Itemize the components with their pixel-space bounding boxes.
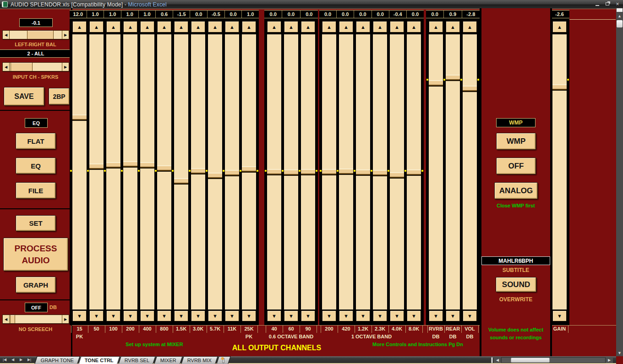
slider-up-button[interactable]: ▲ <box>242 21 256 33</box>
save-button[interactable]: SAVE <box>4 87 44 106</box>
flat-button[interactable]: FLAT <box>16 133 56 149</box>
slider-down-button[interactable]: ▼ <box>390 310 404 321</box>
slider-track[interactable] <box>140 34 154 310</box>
slider-thumb[interactable] <box>225 170 239 175</box>
eq-button[interactable]: EQ <box>16 158 56 174</box>
scroll-right-icon[interactable]: ▶ <box>62 315 69 323</box>
vscroll-down-icon[interactable]: ▼ <box>616 350 623 356</box>
2bp-button[interactable]: 2BP <box>49 88 70 105</box>
scroll-left-icon[interactable]: ◀ <box>3 315 10 323</box>
slider-up-button[interactable]: ▲ <box>301 21 315 33</box>
balance-scrollbar[interactable]: ◀ ▶ <box>2 30 69 39</box>
screech-scrollbar-track[interactable] <box>10 315 62 323</box>
slider-thumb[interactable] <box>339 168 353 174</box>
minimize-button[interactable] <box>594 0 601 7</box>
slider-up-button[interactable]: ▲ <box>191 21 205 33</box>
slider-thumb[interactable] <box>89 163 104 169</box>
scroll-right-icon[interactable]: ▶ <box>62 31 69 39</box>
next-sheet-icon[interactable]: ▶ <box>17 357 25 363</box>
slider-up-button[interactable]: ▲ <box>267 21 281 33</box>
insert-worksheet-tab[interactable] <box>216 356 231 364</box>
slider-up-button[interactable]: ▲ <box>463 21 477 33</box>
slider-thumb[interactable] <box>267 169 281 174</box>
slider-up-button[interactable]: ▲ <box>339 21 353 33</box>
restore-button[interactable] <box>604 0 611 7</box>
set-button[interactable]: SET <box>16 215 56 231</box>
slider-thumb[interactable] <box>191 168 205 174</box>
slider-up-button[interactable]: ▲ <box>157 21 171 33</box>
slider-thumb[interactable] <box>174 178 188 184</box>
slider-thumb[interactable] <box>284 169 298 175</box>
scroll-right-icon[interactable]: ▶ <box>62 63 69 71</box>
slider-up-button[interactable]: ▲ <box>446 21 460 33</box>
slider-down-button[interactable]: ▼ <box>106 310 120 321</box>
horizontal-scrollbar[interactable]: ◀ ▶ <box>491 357 613 364</box>
input-channel-scrollbar[interactable]: ◀ ▶ <box>2 62 69 71</box>
balance-scrollbar-track[interactable] <box>10 31 62 39</box>
slider-thumb[interactable] <box>322 169 336 174</box>
sheet-tab-mixer[interactable]: MIXER <box>154 356 183 364</box>
slider-track[interactable] <box>463 34 477 310</box>
slider-down-button[interactable]: ▼ <box>242 310 256 321</box>
slider-thumb[interactable] <box>373 170 387 175</box>
vscroll-up-icon[interactable]: ▲ <box>616 13 623 19</box>
slider-down-button[interactable]: ▼ <box>140 310 154 321</box>
slider-up-button[interactable]: ▲ <box>373 21 387 33</box>
last-sheet-icon[interactable]: ▶| <box>26 357 33 363</box>
slider-track[interactable] <box>106 34 120 310</box>
slider-thumb[interactable] <box>446 75 460 80</box>
tab-split-handle[interactable] <box>491 357 493 363</box>
scroll-left-icon[interactable]: ◀ <box>3 63 10 71</box>
slider-down-button[interactable]: ▼ <box>429 310 443 321</box>
slider-up-button[interactable]: ▲ <box>174 21 188 33</box>
file-button[interactable]: FILE <box>16 182 56 199</box>
slider-track[interactable] <box>72 34 87 310</box>
slider-up-button[interactable]: ▲ <box>429 21 443 33</box>
slider-down-button[interactable]: ▼ <box>174 310 188 321</box>
slider-down-button[interactable]: ▼ <box>373 310 387 321</box>
slider-up-button[interactable]: ▲ <box>284 21 298 33</box>
balance-scrollbar-thumb[interactable] <box>27 31 54 39</box>
vscroll-thumb[interactable] <box>617 20 623 27</box>
slider-down-button[interactable]: ▼ <box>284 310 298 321</box>
sheet-tab-rvrb-mix[interactable]: RVRB MIX <box>181 356 218 364</box>
slider-thumb[interactable] <box>429 80 443 86</box>
slider-down-button[interactable]: ▼ <box>267 310 281 321</box>
slider-down-button[interactable]: ▼ <box>157 310 171 321</box>
slider-up-button[interactable]: ▲ <box>72 21 87 33</box>
slider-thumb[interactable] <box>140 162 154 168</box>
slider-up-button[interactable]: ▲ <box>208 21 222 33</box>
slider-thumb[interactable] <box>157 165 171 171</box>
slider-down-button[interactable]: ▼ <box>208 310 222 321</box>
slider-thumb[interactable] <box>123 161 137 167</box>
slider-thumb[interactable] <box>208 173 222 178</box>
hscroll-track[interactable] <box>501 357 606 363</box>
slider-thumb[interactable] <box>301 169 315 174</box>
slider-track[interactable] <box>157 34 171 310</box>
slider-down-button[interactable]: ▼ <box>339 310 353 321</box>
slider-track[interactable] <box>552 34 567 310</box>
sheet-tab-graph-tone[interactable]: GRAPH TONE <box>34 356 80 364</box>
graph-button[interactable]: GRAPH <box>16 277 56 293</box>
slider-up-button[interactable]: ▲ <box>322 21 336 33</box>
hscroll-thumb[interactable] <box>511 358 550 363</box>
slider-up-button[interactable]: ▲ <box>225 21 239 33</box>
slider-thumb[interactable] <box>356 169 370 175</box>
slider-track[interactable] <box>123 34 137 310</box>
slider-down-button[interactable]: ▼ <box>552 310 567 321</box>
slider-down-button[interactable]: ▼ <box>191 310 205 321</box>
slider-thumb[interactable] <box>72 114 87 120</box>
slider-thumb[interactable] <box>552 84 567 90</box>
slider-down-button[interactable]: ▼ <box>301 310 315 321</box>
slider-track[interactable] <box>174 34 188 310</box>
off-button[interactable]: OFF <box>496 158 536 174</box>
hscroll-right-icon[interactable]: ▶ <box>606 357 613 363</box>
slider-track[interactable] <box>242 34 256 310</box>
slider-down-button[interactable]: ▼ <box>72 310 87 321</box>
sheet-tab-tone-ctrl[interactable]: TONE CTRL <box>79 356 120 364</box>
slider-down-button[interactable]: ▼ <box>225 310 239 321</box>
slider-up-button[interactable]: ▲ <box>123 21 137 33</box>
screech-scrollbar[interactable]: ◀ ▶ <box>2 315 69 324</box>
first-sheet-icon[interactable]: |◀ <box>1 357 8 363</box>
slider-up-button[interactable]: ▲ <box>140 21 154 33</box>
